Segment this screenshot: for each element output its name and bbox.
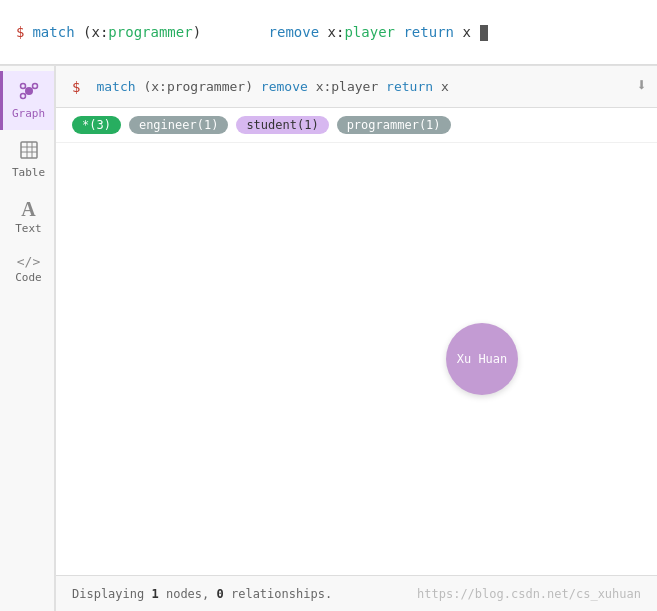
graph-node-xu-huan[interactable]: Xu Huan <box>446 323 518 395</box>
sidebar-text-label: Text <box>15 222 42 235</box>
footer-suffix: relationships. <box>224 587 332 601</box>
sidebar-item-code[interactable]: </> Code <box>0 245 54 294</box>
main-area: Graph Table A Text </> Code <box>0 65 657 611</box>
var-x2: x <box>328 24 336 40</box>
footer: Displaying 1 nodes, 0 relationships. htt… <box>56 575 657 611</box>
badge-engineer[interactable]: engineer(1) <box>129 116 228 134</box>
code-icon: </> <box>17 255 40 268</box>
svg-point-1 <box>20 84 25 89</box>
sidebar-item-text[interactable]: A Text <box>0 189 54 245</box>
svg-rect-7 <box>21 142 37 158</box>
keyword-return: return <box>403 24 454 40</box>
keyword-remove: remove <box>269 24 320 40</box>
var-x: x <box>91 24 99 40</box>
svg-point-3 <box>20 94 25 99</box>
footer-rels: 0 <box>217 587 224 601</box>
node-label: Xu Huan <box>457 352 508 366</box>
right-content: $ match (x:programmer) remove x:player r… <box>55 65 657 611</box>
footer-middle: nodes, <box>159 587 217 601</box>
badge-student[interactable]: student(1) <box>236 116 328 134</box>
result-query-text: match (x:programmer) remove x:player ret… <box>96 79 448 94</box>
graph-canvas: Xu Huan <box>56 143 657 575</box>
sidebar: Graph Table A Text </> Code <box>0 65 55 611</box>
result-dollar: $ <box>72 79 80 95</box>
svg-point-2 <box>32 84 37 89</box>
graph-icon <box>19 81 39 104</box>
keyword-match: match <box>32 24 74 40</box>
label-programmer: programmer <box>108 24 192 40</box>
res-keyword-return: return <box>386 79 433 94</box>
footer-link: https://blog.csdn.net/cs_xuhuan <box>417 587 641 601</box>
spaces <box>210 24 261 40</box>
var-x3: x <box>462 24 470 40</box>
cursor <box>480 25 488 41</box>
sidebar-item-table[interactable]: Table <box>0 130 54 189</box>
download-button[interactable]: ⬇ <box>636 74 647 95</box>
sidebar-table-label: Table <box>12 166 45 179</box>
res-keyword-remove: remove <box>261 79 308 94</box>
top-editor: $ match (x:programmer) remove x:player r… <box>0 0 657 65</box>
close-paren: ) <box>193 24 201 40</box>
sidebar-code-label: Code <box>15 271 42 284</box>
badges-row: *(3) engineer(1) student(1) programmer(1… <box>56 108 657 143</box>
badge-programmer[interactable]: programmer(1) <box>337 116 451 134</box>
res-keyword-match: match <box>96 79 135 94</box>
footer-prefix: Displaying <box>72 587 151 601</box>
footer-nodes: 1 <box>151 587 158 601</box>
dollar-icon: $ <box>16 24 24 40</box>
footer-stats: Displaying 1 nodes, 0 relationships. <box>72 587 332 601</box>
result-bar: $ match (x:programmer) remove x:player r… <box>56 66 657 108</box>
label-player: player <box>344 24 395 40</box>
badge-all[interactable]: *(3) <box>72 116 121 134</box>
table-icon <box>19 140 39 163</box>
sidebar-item-graph[interactable]: Graph <box>0 71 54 130</box>
text-icon: A <box>21 199 35 219</box>
editor-query[interactable]: match (x:programmer) remove x:player ret… <box>32 24 488 41</box>
sidebar-graph-label: Graph <box>12 107 45 120</box>
